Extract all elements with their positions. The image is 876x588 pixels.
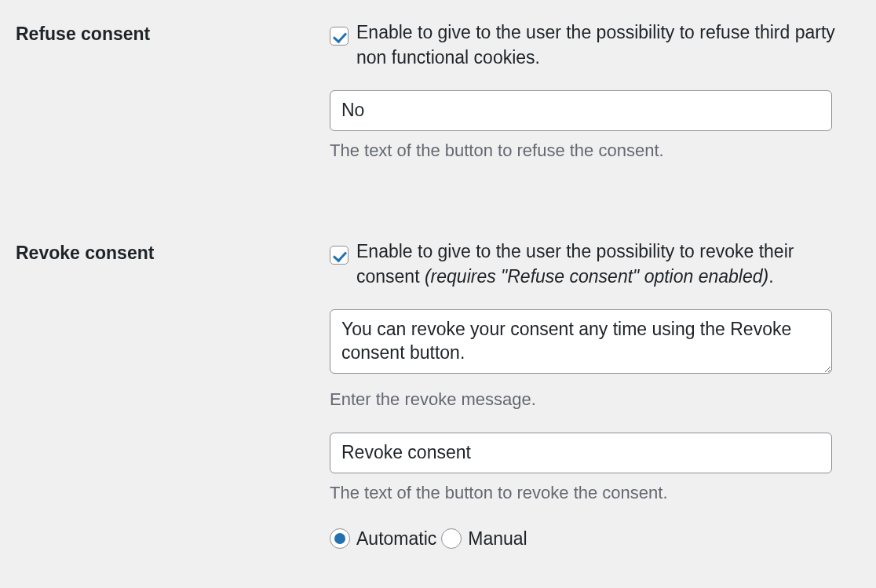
refuse-enable-checkbox[interactable] — [330, 27, 349, 46]
refuse-button-text-input[interactable] — [330, 90, 832, 131]
revoke-enable-description: Enable to give to the user the possibili… — [356, 239, 848, 289]
revoke-consent-label: Revoke consent — [16, 243, 154, 263]
revoke-mode-manual-label: Manual — [468, 526, 527, 551]
revoke-mode-manual-radio[interactable] — [441, 528, 462, 549]
revoke-mode-automatic-radio[interactable] — [330, 528, 350, 549]
refuse-content-col: Enable to give to the user the possibili… — [330, 20, 848, 184]
refuse-enable-description: Enable to give to the user the possibili… — [356, 20, 848, 70]
revoke-content-col: Enable to give to the user the possibili… — [330, 239, 848, 551]
checkbox-wrap — [330, 239, 349, 266]
revoke-mode-automatic-wrapper[interactable]: Automatic — [330, 526, 436, 551]
revoke-description-suffix: . — [768, 266, 773, 287]
revoke-message-textarea[interactable] — [330, 309, 832, 374]
revoke-description-italic: (requires "Refuse consent" option enable… — [425, 266, 768, 287]
revoke-consent-row: Revoke consent Enable to give to the use… — [16, 239, 860, 551]
revoke-mode-radio-group: Automatic Manual — [330, 526, 848, 551]
revoke-message-help: Enter the revoke message. — [330, 388, 848, 412]
refuse-consent-label: Refuse consent — [16, 24, 150, 44]
revoke-button-text-help: The text of the button to revoke the con… — [330, 481, 848, 506]
revoke-mode-manual-wrapper[interactable]: Manual — [441, 526, 527, 551]
revoke-mode-automatic-label: Automatic — [356, 526, 436, 551]
refuse-consent-row: Refuse consent Enable to give to the use… — [16, 20, 860, 184]
revoke-enable-checkbox-wrapper[interactable]: Enable to give to the user the possibili… — [330, 239, 848, 289]
revoke-label-col: Revoke consent — [16, 239, 314, 265]
refuse-label-col: Refuse consent — [16, 20, 314, 46]
revoke-enable-checkbox[interactable] — [330, 246, 349, 265]
checkbox-wrap — [330, 20, 349, 47]
revoke-button-text-input[interactable] — [330, 433, 832, 473]
refuse-enable-checkbox-wrapper[interactable]: Enable to give to the user the possibili… — [330, 20, 848, 70]
refuse-button-text-help: The text of the button to refuse the con… — [330, 139, 848, 163]
